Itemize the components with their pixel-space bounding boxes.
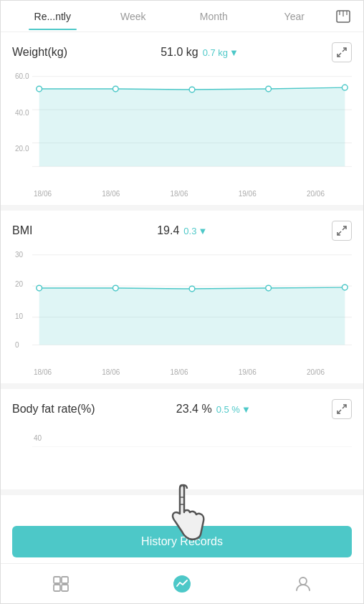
bodyfat-title: Body fat rate(%) (12, 403, 95, 416)
bmi-y-label-10: 10 (15, 312, 23, 320)
bmi-x-label-4: 20/06 (307, 368, 325, 376)
bodyfat-chart-partial (12, 446, 352, 482)
bottom-nav (1, 563, 363, 603)
weight-chart: 60.0 40.0 20.0 (12, 69, 352, 184)
svg-point-36 (300, 577, 307, 585)
svg-point-22 (112, 285, 118, 291)
bmi-expand-button[interactable] (332, 221, 352, 241)
weight-title: Weight(kg) (12, 46, 67, 59)
svg-point-13 (266, 86, 272, 92)
bmi-value: 19.4 (157, 224, 179, 237)
bmi-chart: 30 20 10 0 (12, 248, 352, 363)
bmi-x-label-1: 18/06 (102, 368, 120, 376)
weight-expand-button[interactable] (332, 42, 352, 62)
bodyfat-expand-button[interactable] (332, 399, 352, 419)
svg-point-25 (342, 284, 348, 290)
weight-value: 51.0 kg (161, 46, 198, 59)
svg-rect-31 (54, 577, 60, 583)
bodyfat-header: Body fat rate(%) 23.4 % 0.5 % ▼ (12, 399, 352, 419)
svg-point-23 (189, 286, 195, 292)
bmi-value-group: 19.4 0.3 ▼ (157, 224, 207, 237)
ruler-icon[interactable] (335, 8, 352, 25)
bmi-y-label-30: 30 (15, 251, 23, 259)
svg-rect-33 (54, 585, 60, 591)
tab-week[interactable]: Week (93, 4, 174, 29)
chevron-down-icon: ▼ (198, 226, 207, 236)
weight-x-label-2: 18/06 (170, 190, 188, 198)
weight-x-label-4: 20/06 (307, 190, 325, 198)
tab-month[interactable]: Month (173, 4, 254, 29)
svg-point-24 (266, 285, 272, 291)
bmi-y-label-0: 0 (15, 341, 19, 349)
svg-rect-34 (62, 585, 68, 591)
svg-point-11 (112, 86, 118, 92)
history-btn-container: History Records (1, 520, 363, 563)
bmi-card: BMI 19.4 0.3 ▼ 30 20 10 0 (1, 211, 363, 389)
weight-x-label-0: 18/06 (34, 190, 52, 198)
bmi-x-label-2: 18/06 (170, 368, 188, 376)
weight-header: Weight(kg) 51.0 kg 0.7 kg ▼ (12, 42, 352, 62)
nav-item-chart[interactable] (122, 564, 243, 603)
weight-change: 0.7 kg ▼ (203, 47, 239, 58)
weight-x-label-3: 19/06 (239, 190, 257, 198)
tab-bar: Re...ntly Week Month Year (1, 1, 363, 32)
weight-y-label-20: 20.0 (15, 145, 29, 153)
main-content: Weight(kg) 51.0 kg 0.7 kg ▼ 60.0 4 (1, 32, 363, 565)
bmi-header: BMI 19.4 0.3 ▼ (12, 221, 352, 241)
nav-item-person[interactable] (242, 564, 363, 603)
bodyfat-value: 23.4 % (176, 403, 212, 416)
chart-icon (172, 574, 192, 594)
weight-card: Weight(kg) 51.0 kg 0.7 kg ▼ 60.0 4 (1, 32, 363, 211)
svg-point-14 (342, 85, 348, 90)
bmi-change: 0.3 ▼ (183, 226, 207, 236)
bmi-title: BMI (12, 224, 32, 237)
bmi-y-label-20: 20 (15, 280, 23, 288)
bodyfat-value-group: 23.4 % 0.5 % ▼ (176, 403, 251, 416)
bmi-x-label-0: 18/06 (34, 368, 52, 376)
weight-y-label-40: 40.0 (15, 109, 29, 117)
svg-rect-32 (62, 577, 68, 583)
bodyfat-change: 0.5 % ▼ (216, 404, 251, 415)
bmi-x-label-3: 19/06 (239, 368, 257, 376)
bodyfat-card: Body fat rate(%) 23.4 % 0.5 % ▼ 40 (1, 389, 363, 495)
person-icon (293, 574, 313, 594)
chevron-down-icon: ▼ (229, 47, 239, 58)
weight-x-labels: 18/06 18/06 18/06 19/06 20/06 (12, 190, 352, 198)
svg-point-12 (189, 87, 195, 92)
weight-x-label-1: 18/06 (102, 190, 120, 198)
bodyfat-y-label-40: 40 (12, 426, 352, 444)
chevron-down-icon: ▼ (241, 404, 251, 415)
svg-point-10 (37, 86, 42, 92)
weight-y-label-60: 60.0 (15, 72, 29, 80)
history-records-button[interactable]: History Records (12, 526, 352, 557)
tab-year[interactable]: Year (254, 4, 335, 29)
svg-point-21 (37, 285, 42, 291)
tab-recently[interactable]: Re...ntly (12, 4, 93, 29)
weight-value-group: 51.0 kg 0.7 kg ▼ (161, 46, 239, 59)
nav-item-grid[interactable] (1, 564, 122, 603)
grid-icon (51, 574, 71, 594)
bmi-x-labels: 18/06 18/06 18/06 19/06 20/06 (12, 368, 352, 376)
